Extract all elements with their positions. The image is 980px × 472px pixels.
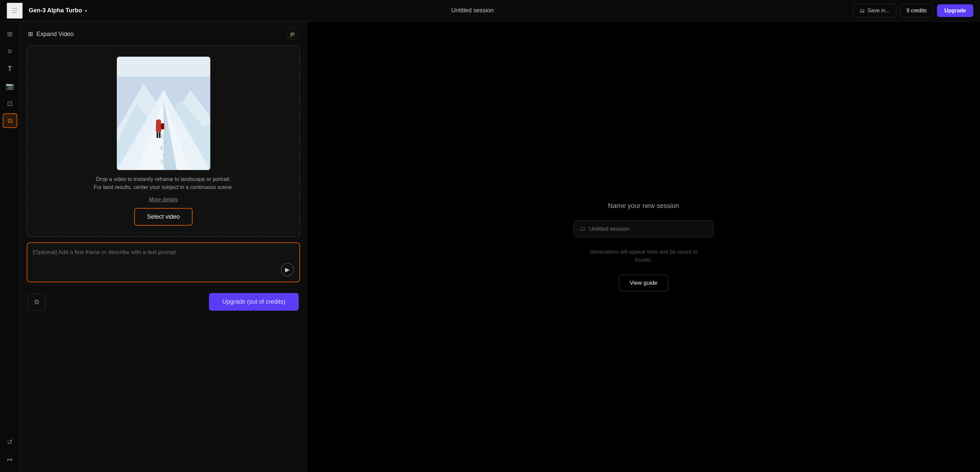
- svg-point-12: [164, 140, 166, 145]
- expand-video-title: ⊞ Expand Video: [28, 30, 74, 38]
- top-nav: ☰ Gen-3 Alpha Turbo ▾ Untitled session 🗂…: [0, 0, 980, 21]
- model-chevron-icon: ▾: [85, 8, 87, 13]
- bottom-bar: ⚙ Upgrade (out of credits): [27, 288, 300, 310]
- upgrade-credits-button[interactable]: Upgrade (out of credits): [209, 293, 299, 310]
- prompt-box[interactable]: ▶: [27, 242, 300, 282]
- drop-zone-instruction: Drop a video to instantly reframe to lan…: [94, 175, 233, 191]
- list-icon: ≡: [8, 47, 12, 55]
- nav-right: 🗂 Save in... 9 credits Upgrade: [853, 4, 973, 17]
- session-name-label: Name your new session: [608, 202, 679, 210]
- svg-rect-16: [117, 57, 210, 77]
- settings-icon: ⚙: [34, 298, 40, 306]
- center-panel: ⊞ Expand Video 🎓: [20, 21, 307, 472]
- drop-zone[interactable]: Drop a video to instantly reframe to lan…: [27, 45, 300, 237]
- select-video-label: Select video: [147, 213, 180, 220]
- view-guide-button[interactable]: View guide: [619, 275, 668, 291]
- model-name: Gen-3 Alpha Turbo: [29, 7, 82, 14]
- model-selector[interactable]: Gen-3 Alpha Turbo ▾: [24, 4, 92, 17]
- svg-point-13: [160, 146, 163, 150]
- sidebar-icon-copy[interactable]: ⧉: [3, 113, 18, 128]
- more-details-label: More details: [149, 197, 178, 202]
- more-details-link[interactable]: More details: [149, 197, 178, 203]
- expand-video-header: ⊞ Expand Video 🎓: [27, 28, 300, 40]
- session-hint: Generations will appear here and be save…: [587, 248, 700, 264]
- sidebar-icon-undo[interactable]: ↺: [3, 435, 18, 449]
- expand-video-icon: ⊞: [28, 30, 33, 38]
- prompt-input[interactable]: [33, 249, 294, 269]
- upgrade-button[interactable]: Upgrade: [937, 4, 973, 17]
- svg-rect-8: [156, 132, 158, 138]
- right-panel: Name your new session 🗂 Generations will…: [307, 21, 980, 472]
- undo-icon: ↺: [7, 438, 13, 446]
- upgrade-credits-suffix: (out of credits): [245, 298, 285, 305]
- settings-button[interactable]: ⚙: [28, 293, 45, 310]
- nav-center: Untitled session: [92, 7, 853, 14]
- help-button[interactable]: 🎓: [287, 28, 299, 40]
- svg-point-14: [163, 153, 165, 157]
- text-icon: T: [8, 64, 12, 73]
- sidebar-icon-export[interactable]: ↦: [3, 452, 18, 467]
- sidebar-bottom: ↺ ↦: [3, 435, 18, 467]
- upgrade-credits-main-label: Upgrade: [222, 298, 245, 305]
- send-button[interactable]: ▶: [281, 263, 294, 276]
- sidebar-icon-grid[interactable]: ⊞: [3, 27, 18, 41]
- icon-sidebar: ⊞ ≡ T 📷 ⊡ ⧉ ↺ ↦: [0, 21, 20, 472]
- preview-image: [117, 57, 210, 170]
- camera-icon: 📷: [6, 82, 14, 90]
- export-icon: ↦: [7, 455, 13, 463]
- send-icon: ▶: [285, 266, 290, 273]
- sidebar-icon-scan[interactable]: ⊡: [3, 96, 18, 111]
- grid-icon: ⊞: [7, 30, 13, 38]
- save-button[interactable]: 🗂 Save in...: [853, 4, 896, 17]
- credits-label: 9 credits: [907, 8, 927, 13]
- svg-rect-9: [159, 132, 161, 138]
- folder-icon: 🗂: [859, 8, 865, 14]
- svg-point-7: [156, 119, 161, 125]
- hamburger-icon: ☰: [12, 7, 18, 15]
- expand-video-label: Expand Video: [37, 31, 74, 38]
- sidebar-icon-camera[interactable]: 📷: [3, 79, 18, 93]
- upgrade-label: Upgrade: [944, 8, 966, 13]
- sidebar-icon-text[interactable]: T: [3, 61, 18, 76]
- scan-icon: ⊡: [7, 99, 13, 107]
- session-title: Untitled session: [451, 7, 494, 14]
- svg-rect-10: [161, 124, 164, 129]
- copy-icon: ⧉: [8, 117, 12, 125]
- select-video-button[interactable]: Select video: [134, 208, 192, 226]
- save-label: Save in...: [867, 8, 890, 14]
- session-input-wrapper[interactable]: 🗂: [573, 220, 714, 238]
- sidebar-icon-list[interactable]: ≡: [3, 44, 18, 59]
- svg-point-15: [161, 159, 164, 164]
- hamburger-button[interactable]: ☰: [7, 3, 23, 19]
- instruction-line2: For best results, center your subject in…: [94, 184, 233, 190]
- main-layout: ⊞ ≡ T 📷 ⊡ ⧉ ↺ ↦ ⊞: [0, 21, 980, 472]
- svg-point-11: [161, 134, 164, 139]
- view-guide-label: View guide: [630, 280, 657, 286]
- session-name-input[interactable]: [589, 226, 707, 232]
- credits-button[interactable]: 9 credits: [900, 4, 933, 17]
- graduation-icon: 🎓: [290, 31, 296, 37]
- instruction-line1: Drop a video to instantly reframe to lan…: [96, 176, 231, 182]
- folder-icon: 🗂: [580, 225, 586, 232]
